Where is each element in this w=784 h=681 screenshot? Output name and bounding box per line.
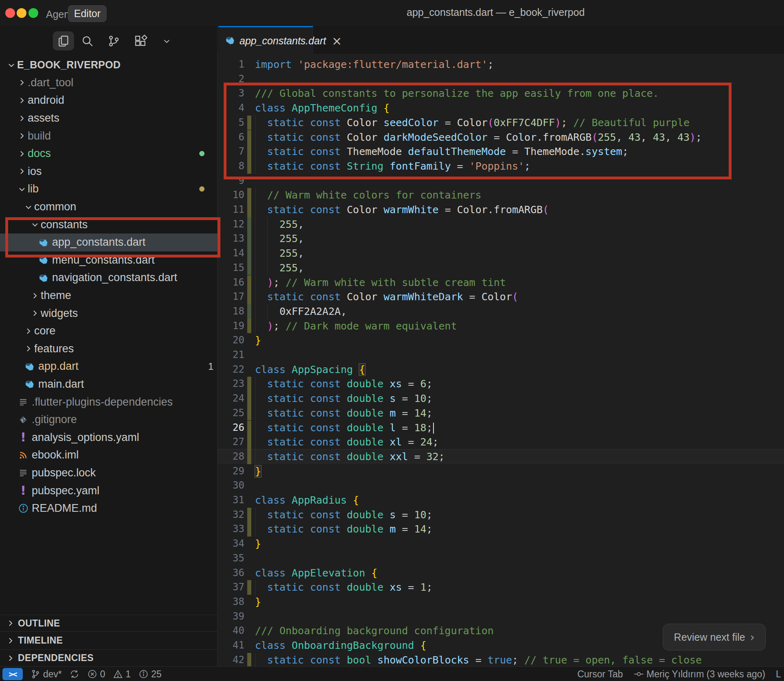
code-line-34[interactable]: 34} [218,537,784,551]
tree-item-docs[interactable]: docs [0,145,218,163]
status-item-error-icon[interactable]: 0 [87,669,105,680]
code-line-12[interactable]: 12 255, [218,217,784,232]
line-number: 38 [218,595,244,609]
code-line-24[interactable]: 24 static const double s = 10; [218,391,784,406]
code-line-26[interactable]: 26 static const double l = 18; [218,421,784,435]
tab-app-constants[interactable]: app_constants.dart × [218,26,313,55]
code-line-1[interactable]: 1import 'package:flutter/material.dart'; [218,57,784,72]
code-line-36[interactable]: 36class AppElevation { [218,566,784,581]
tree-item-pubspec-yaml[interactable]: !pubspec.yaml [0,482,218,500]
tree-item-ios[interactable]: ios [0,163,218,181]
section-outline[interactable]: OUTLINE [0,615,218,631]
tree-item-common[interactable]: common [0,198,218,216]
code-line-21[interactable]: 21 [218,348,784,362]
tree-item-label: common [34,201,76,213]
gutter-change-bar [247,304,251,319]
code-line-22[interactable]: 22class AppSpacing { [218,362,784,377]
tree-item--gitignore[interactable]: .gitignore [0,411,218,429]
code-line-35[interactable]: 35 [218,551,784,566]
code-line-33[interactable]: 33 static const double m = 14; [218,522,784,537]
close-window-button[interactable] [5,8,15,18]
extensions-icon[interactable] [130,31,151,50]
status-item-sync-icon[interactable] [69,669,80,679]
status-item-cursor-tab[interactable]: Cursor Tab [577,669,623,680]
line-number: 10 [218,188,244,203]
status-item-info-icon[interactable]: 25 [138,669,162,680]
status-item-label: 0 [100,669,105,680]
chevron-down-icon[interactable] [156,31,177,50]
code-line-13[interactable]: 13 255, [218,231,784,246]
code-line-25[interactable]: 25 static const double m = 14; [218,406,784,421]
tree-item--dart-tool[interactable]: .dart_tool [0,74,218,92]
line-number: 28 [218,450,244,464]
maximize-window-button[interactable] [28,8,38,18]
files-icon[interactable] [53,31,74,50]
dart-file-icon [23,378,37,390]
chevron-right-icon [16,78,28,87]
tree-item-readme-md[interactable]: README.md [0,500,218,517]
code-line-23[interactable]: 23 static const double xs = 6; [218,377,784,391]
code-line-16[interactable]: 16 ); // Warm white with subtle cream ti… [218,275,784,290]
code-line-11[interactable]: 11 static const Color warmWhite = Color.… [218,203,784,217]
tree-item-theme[interactable]: theme [0,287,218,305]
code-text: static const Color warmWhite = Color.fro… [255,203,549,217]
code-line-27[interactable]: 27 static const double xl = 24; [218,435,784,450]
code-line-15[interactable]: 15 255, [218,261,784,275]
code-line-10[interactable]: 10 // Warm white colors for containers [218,188,784,203]
line-number: 27 [218,435,244,450]
status-item-remote-icon[interactable]: >< [0,668,23,680]
code-line-39[interactable]: 39 [218,609,784,624]
status-item-commit-icon[interactable]: Meriç Yıldırım (3 weeks ago) [634,669,765,680]
status-item-label: Cursor Tab [577,669,623,680]
code-line-29[interactable]: 29} [218,464,784,479]
tree-item-app-dart[interactable]: app.dart1 [0,358,218,375]
status-item-l[interactable]: L [776,669,782,680]
tree-item-widgets[interactable]: widgets [0,304,218,322]
gutter-change-bar [247,275,251,290]
remote-icon[interactable]: >< [2,668,23,680]
tree-item-android[interactable]: android [0,92,218,109]
status-item-warning-icon[interactable]: 1 [113,669,131,680]
tree-item-assets[interactable]: assets [0,109,218,127]
code-line-31[interactable]: 31class AppRadius { [218,493,784,508]
tree-item-analysis-options-yaml[interactable]: !analysis_options.yaml [0,428,218,446]
close-tab-icon[interactable]: × [332,34,342,48]
explorer-sidebar: E_BOOK_RIVERPOD.dart_toolandroidassetsbu… [0,26,218,666]
code-line-17[interactable]: 17 static const Color warmWhiteDark = Co… [218,290,784,304]
titlebar-tab-editor[interactable]: Editor [68,5,107,22]
tree-item-lib[interactable]: lib [0,180,218,198]
tree-item-core[interactable]: core [0,322,218,340]
tree-item--flutter-plugins-dependencies[interactable]: .flutter-plugins-dependencies [0,393,218,411]
tree-item-pubspec-lock[interactable]: pubspec.lock [0,464,218,482]
tree-item-build[interactable]: build [0,127,218,145]
section-label: TIMELINE [18,635,63,646]
code-line-14[interactable]: 14 255, [218,246,784,261]
code-line-30[interactable]: 30 [218,478,784,493]
code-text: } [255,333,261,348]
source-control-icon[interactable] [103,31,124,50]
code-line-28[interactable]: 28 static const double xxl = 32; [218,450,784,464]
search-icon[interactable] [77,31,98,50]
code-line-42[interactable]: 42 static const bool showColorBlocks = t… [218,653,784,666]
code-line-18[interactable]: 18 0xFF2A2A2A, [218,304,784,319]
tree-item-e-book-riverpod[interactable]: E_BOOK_RIVERPOD [0,56,218,74]
tree-item-features[interactable]: features [0,340,218,358]
status-item-branch-icon[interactable]: dev* [30,669,62,680]
code-line-32[interactable]: 32 static const double s = 10; [218,508,784,522]
minimize-window-button[interactable] [17,8,26,18]
review-next-file-button[interactable]: Review next file › [663,624,766,650]
tree-item-ebook-iml[interactable]: ebook.iml [0,446,218,464]
tree-item-label: app.dart [38,360,78,373]
chevron-down-icon [16,184,28,194]
code-line-37[interactable]: 37 static const double xs = 1; [218,580,784,595]
tree-item-navigation-constants-dart[interactable]: navigation_constants.dart [0,269,218,287]
code-line-19[interactable]: 19 ); // Dark mode warm equivalent [218,319,784,334]
section-timeline[interactable]: TIMELINE [0,631,218,649]
excl-file-icon: ! [16,485,30,497]
section-dependencies[interactable]: DEPENDENCIES [0,649,218,666]
code-line-20[interactable]: 20} [218,333,784,348]
tree-item-main-dart[interactable]: main.dart [0,375,218,393]
review-next-file-label: Review next file [674,631,745,643]
code-line-38[interactable]: 38} [218,595,784,609]
chevron-right-icon [16,149,28,159]
